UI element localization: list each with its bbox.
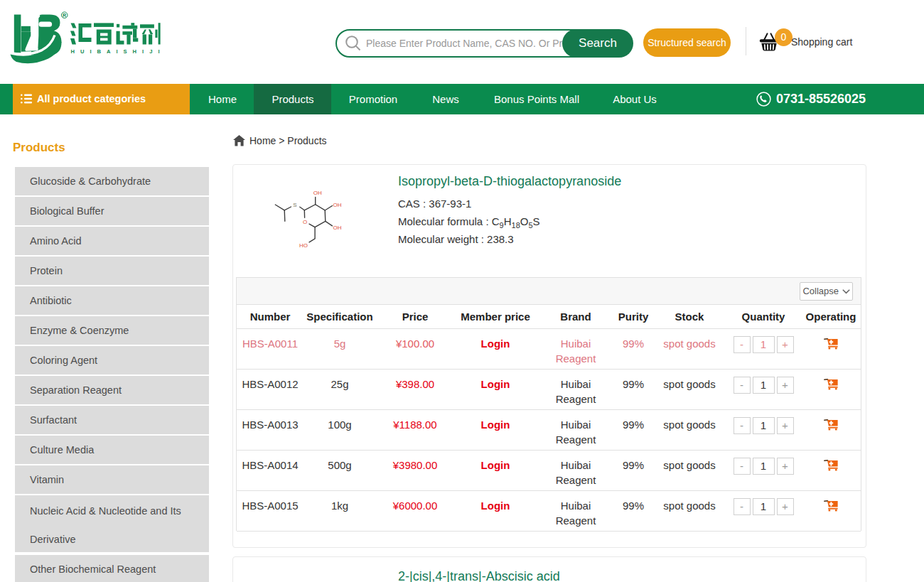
svg-text:R: R: [63, 12, 67, 18]
svg-text:HUIBAISHIJI: HUIBAISHIJI: [71, 48, 160, 55]
svg-text:HO: HO: [299, 242, 308, 249]
svg-text:OH: OH: [313, 190, 322, 196]
svg-text:S: S: [293, 202, 296, 208]
svg-text:OH: OH: [333, 202, 342, 208]
svg-text:OH: OH: [333, 225, 342, 231]
svg-text:O: O: [303, 219, 307, 225]
